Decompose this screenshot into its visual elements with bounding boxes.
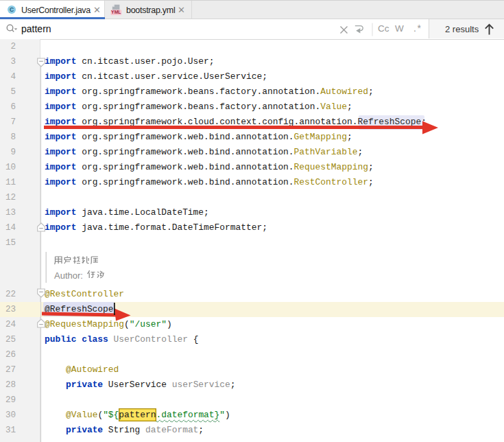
svg-text:YML: YML bbox=[111, 10, 121, 14]
